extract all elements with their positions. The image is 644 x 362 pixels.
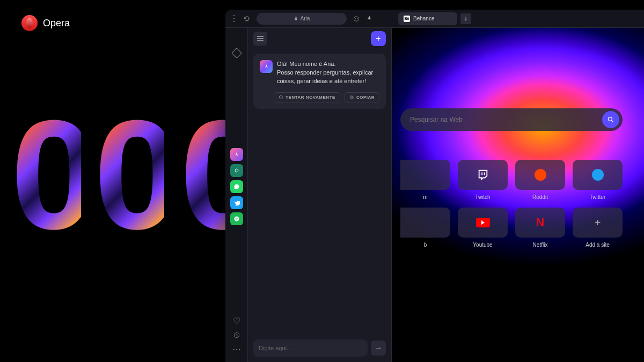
sidebar-twitter-button[interactable] [230, 196, 243, 209]
lock-icon [294, 16, 298, 21]
aria-send-button[interactable]: → [371, 341, 386, 356]
chatgpt-icon [233, 167, 240, 174]
tab-label: Behance [413, 16, 434, 21]
speed-item-partial-2[interactable]: b [400, 208, 450, 248]
browser-window: ⋮ Aria ☺ Bē Behance + [225, 10, 644, 362]
speed-tile [400, 160, 450, 190]
tab-add-button[interactable]: + [460, 13, 471, 24]
twitch-icon [477, 169, 489, 181]
copy-button[interactable]: COPIAR [345, 92, 379, 102]
twitter-tile-icon [592, 169, 604, 181]
speed-tile: + [573, 208, 623, 238]
speed-tile [458, 208, 508, 238]
sidebar-more-button[interactable]: ⋯ [232, 344, 241, 354]
speed-tile [515, 160, 565, 190]
aria-icon [263, 63, 270, 70]
content-area: m Twitch Reddit Twitter [392, 10, 644, 362]
speed-item-reddit[interactable]: Reddit [515, 160, 565, 200]
aria-text-input[interactable]: Digite aqui... [253, 339, 368, 357]
speed-label: Twitch [475, 194, 490, 200]
aria-input-row: Digite aqui... → [248, 334, 391, 362]
svg-rect-5 [350, 96, 353, 98]
speed-label: Add a site [586, 242, 609, 248]
behance-icon: Bē [404, 16, 410, 22]
netflix-icon: N [536, 216, 545, 230]
sidebar-apps [230, 148, 243, 225]
svg-point-6 [608, 117, 612, 121]
plus-icon: + [595, 217, 601, 229]
aria-placeholder: Digite aqui... [259, 345, 291, 351]
speed-label: m [423, 194, 427, 200]
emoji-button[interactable]: ☺ [351, 13, 362, 24]
sidebar-bottom: ♡ ⋯ [232, 316, 241, 354]
svg-rect-4 [351, 97, 353, 99]
pin-icon [367, 16, 372, 21]
speed-tile [573, 160, 623, 190]
sidebar-aria-button[interactable] [230, 148, 243, 161]
retry-icon [279, 95, 283, 100]
aria-avatar [260, 60, 273, 73]
svg-rect-0 [295, 18, 297, 20]
speed-dial-grid: m Twitch Reddit Twitter [400, 160, 623, 248]
sidebar-chatgpt-button[interactable] [230, 164, 243, 177]
spotify-icon [233, 216, 240, 222]
aria-message-text: Olá! Meu nome é Aria. Posso responder pe… [277, 60, 379, 86]
speed-item-add[interactable]: + Add a site [573, 208, 623, 248]
aria-message-card: Olá! Meu nome é Aria. Posso responder pe… [253, 54, 386, 109]
speed-tile [400, 208, 450, 238]
speed-item-twitch[interactable]: Twitch [458, 160, 508, 200]
topbar: ⋮ Aria ☺ Bē Behance + [225, 10, 644, 28]
copy-label: COPIAR [356, 95, 375, 100]
reddit-icon [535, 169, 546, 181]
main-area: + Olá! Meu nome é Aria. Posso responder … [248, 10, 644, 362]
pin-button[interactable] [364, 13, 375, 24]
clock-icon [233, 331, 240, 339]
search-bar[interactable] [400, 108, 623, 131]
opera-brand-text: Opera [43, 18, 70, 29]
search-icon [607, 116, 614, 123]
speed-item-netflix[interactable]: N Netflix [515, 208, 565, 248]
speed-item-twitter[interactable]: Twitter [573, 160, 623, 200]
copy-icon [349, 95, 354, 100]
tab-strip: Bē Behance + [398, 12, 641, 25]
svg-point-2 [234, 216, 239, 221]
twitter-icon [233, 200, 240, 206]
youtube-icon [476, 218, 490, 227]
speed-label: b [424, 242, 427, 248]
heart-button[interactable]: ♡ [233, 316, 240, 326]
speed-label: Youtube [473, 242, 492, 248]
svg-point-1 [235, 169, 238, 172]
aria-greeting-1: Olá! Meu nome é Aria. [277, 61, 335, 67]
address-text: Aria [301, 16, 310, 21]
vertical-sidebar: ♡ ⋯ [225, 10, 248, 362]
aria-panel-header: + [248, 28, 391, 49]
search-input[interactable] [410, 116, 602, 123]
more-button[interactable]: ⋮ [229, 13, 239, 24]
aria-icon [233, 151, 240, 158]
search-button[interactable] [602, 111, 619, 128]
speed-label: Netflix [533, 242, 548, 248]
workspace-icon[interactable] [231, 48, 242, 58]
aria-panel: + Olá! Meu nome é Aria. Posso responder … [248, 10, 392, 362]
retry-label: TENTAR NOVAMENTE [286, 95, 335, 100]
reload-button[interactable] [241, 13, 252, 24]
speed-tile: N [515, 208, 565, 238]
bg-decor: 0 [11, 97, 81, 252]
new-chat-button[interactable]: + [371, 31, 386, 46]
whatsapp-icon [233, 183, 240, 190]
address-bar[interactable]: Aria [257, 13, 347, 25]
speed-tile [458, 160, 508, 190]
hamburger-icon [257, 36, 264, 41]
history-button[interactable] [233, 331, 240, 339]
sidebar-whatsapp-button[interactable] [230, 180, 243, 193]
aria-menu-button[interactable] [253, 32, 267, 46]
reload-icon [244, 16, 250, 22]
speed-label: Twitter [590, 194, 605, 200]
tab-behance[interactable]: Bē Behance [398, 12, 457, 25]
bg-decor: 0 [94, 97, 164, 252]
aria-greeting-2: Posso responder perguntas, explicar cois… [277, 69, 373, 84]
sidebar-spotify-button[interactable] [230, 212, 243, 225]
retry-button[interactable]: TENTAR NOVAMENTE [274, 92, 340, 102]
speed-item-partial-1[interactable]: m [400, 160, 450, 200]
speed-item-youtube[interactable]: Youtube [458, 208, 508, 248]
